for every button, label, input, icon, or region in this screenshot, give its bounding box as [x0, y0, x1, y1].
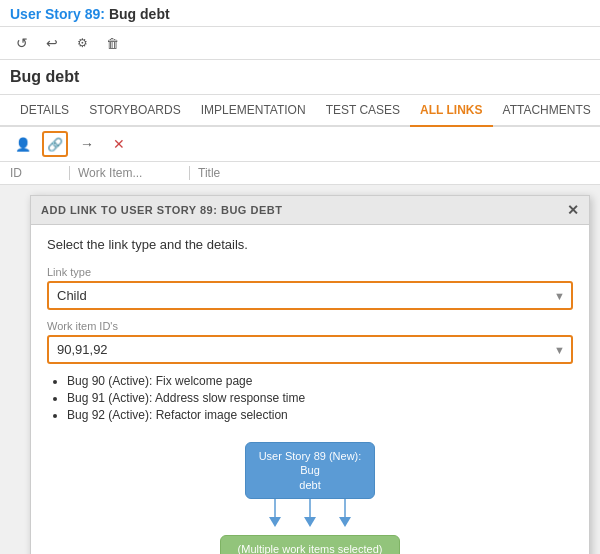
undo-icon: ↩	[46, 35, 58, 51]
link-type-select[interactable]: Child	[47, 281, 573, 310]
modal-close-button[interactable]: ✕	[567, 202, 579, 218]
link-type-select-wrapper: Child ▼	[47, 281, 573, 310]
work-item-group: Work item ID's ▼	[47, 320, 573, 364]
person-icon: 👤	[15, 137, 31, 152]
link-diagram: User Story 89 (New): Bug debt	[47, 436, 573, 554]
arrows-svg	[220, 499, 400, 535]
forward-button[interactable]: →	[74, 131, 100, 157]
modal-header: ADD LINK TO USER STORY 89: BUG DEBT ✕	[31, 196, 589, 225]
tab-alllinks[interactable]: ALL LINKS	[410, 95, 492, 127]
item-name-bar	[0, 60, 600, 95]
trash-icon: 🗑	[106, 36, 119, 51]
diagram-top-node: User Story 89 (New): Bug debt	[245, 442, 375, 499]
user-story-link[interactable]: User Story 89:	[10, 6, 105, 22]
settings-button[interactable]: ⚙	[70, 31, 94, 55]
settings-icon: ⚙	[77, 36, 88, 50]
link-type-label: Link type	[47, 266, 573, 278]
tab-attachments[interactable]: ATTACHMENTS	[493, 95, 600, 127]
svg-marker-1	[269, 517, 281, 527]
page-title: Bug debt	[109, 6, 170, 22]
forward-icon: →	[80, 136, 94, 152]
diagram-top-node-text: User Story 89 (New): Bug	[259, 450, 362, 476]
modal-title: ADD LINK TO USER STORY 89: BUG DEBT	[41, 204, 282, 216]
diagram-bottom-node-text: (Multiple work items selected)	[238, 543, 383, 554]
work-item-input[interactable]	[47, 335, 573, 364]
item-name-input[interactable]	[10, 68, 590, 86]
person-icon-button[interactable]: 👤	[10, 131, 36, 157]
diagram-top-node-text2: debt	[299, 479, 320, 491]
diagram-arrows	[220, 499, 400, 535]
add-link-button[interactable]: 🔗	[42, 131, 68, 157]
work-item-input-wrapper: ▼	[47, 335, 573, 364]
tab-implementation[interactable]: IMPLEMENTATION	[191, 95, 316, 127]
tab-storyboards[interactable]: STORYBOARDS	[79, 95, 191, 127]
list-item: Bug 90 (Active): Fix welcome page	[67, 374, 573, 388]
svg-marker-3	[304, 517, 316, 527]
col-workitem-header: Work Item...	[70, 166, 190, 180]
list-item: Bug 91 (Active): Address slow response t…	[67, 391, 573, 405]
sub-toolbar: 👤 🔗 → ✕	[0, 127, 600, 162]
tab-details[interactable]: DETAILS	[10, 95, 79, 127]
refresh-button[interactable]: ↺	[10, 31, 34, 55]
modal-body: Select the link type and the details. Li…	[31, 225, 589, 554]
bug-list: Bug 90 (Active): Fix welcome page Bug 91…	[47, 374, 573, 422]
title-bar: User Story 89: Bug debt	[0, 0, 600, 27]
list-item: Bug 92 (Active): Refactor image selectio…	[67, 408, 573, 422]
refresh-icon: ↺	[16, 35, 28, 51]
modal-instruction: Select the link type and the details.	[47, 237, 573, 252]
col-id-header: ID	[10, 166, 70, 180]
col-title-header: Title	[190, 166, 220, 180]
main-toolbar: ↺ ↩ ⚙ 🗑	[0, 27, 600, 60]
tab-bar: DETAILS STORYBOARDS IMPLEMENTATION TEST …	[0, 95, 600, 127]
table-header: ID Work Item... Title	[0, 162, 600, 185]
svg-marker-5	[339, 517, 351, 527]
delete-button[interactable]: 🗑	[100, 31, 124, 55]
undo-button[interactable]: ↩	[40, 31, 64, 55]
link-type-group: Link type Child ▼	[47, 266, 573, 310]
diagram-bottom-node: (Multiple work items selected)	[220, 535, 400, 554]
add-link-modal: ADD LINK TO USER STORY 89: BUG DEBT ✕ Se…	[30, 195, 590, 554]
tab-testcases[interactable]: TEST CASES	[316, 95, 410, 127]
work-item-label: Work item ID's	[47, 320, 573, 332]
remove-icon: ✕	[113, 136, 125, 152]
remove-link-button[interactable]: ✕	[106, 131, 132, 157]
link-icon: 🔗	[47, 137, 63, 152]
